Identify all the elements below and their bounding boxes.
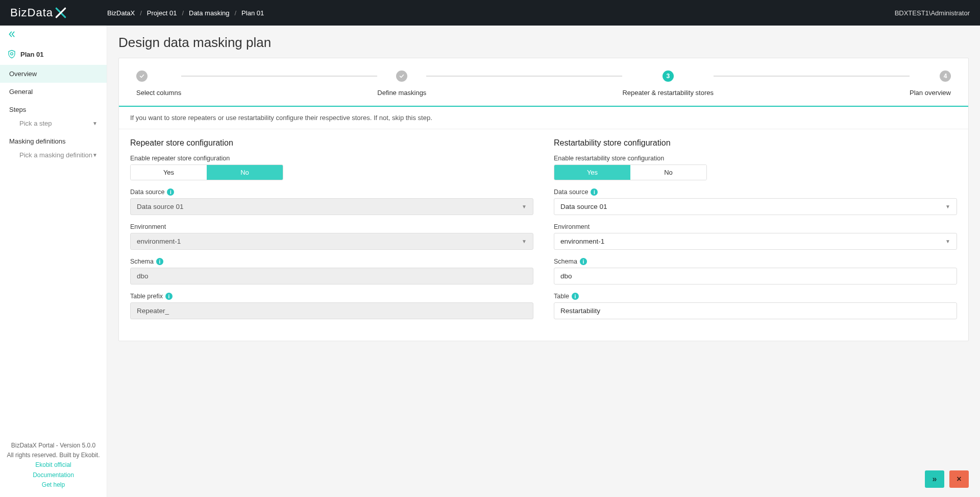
page-title: Design data masking plan [118, 35, 969, 51]
info-icon[interactable]: i [580, 258, 587, 265]
sidebar-item-general[interactable]: General [0, 83, 107, 101]
chevron-down-icon: ▼ [945, 204, 950, 209]
restart-schema-label: Schema i [554, 258, 957, 265]
step-2[interactable]: Define maskings [377, 70, 426, 97]
footer-rights: All rights reserved. Built by Ekobit. [3, 451, 104, 460]
footer-link-help[interactable]: Get help [3, 480, 104, 490]
info-icon[interactable]: i [167, 188, 174, 196]
sidebar-item-overview[interactable]: Overview [0, 65, 107, 83]
logo-text: BizData [10, 6, 53, 19]
repeater-prefix-input[interactable]: Repeater_ [130, 302, 533, 319]
info-icon[interactable]: i [572, 293, 579, 300]
breadcrumb-project[interactable]: Project 01 [147, 9, 177, 17]
step-2-label: Define maskings [377, 89, 426, 97]
info-icon[interactable]: i [165, 293, 173, 300]
step-1-label: Select columns [136, 89, 181, 97]
restart-table-input[interactable]: Restartability [554, 302, 957, 319]
chevron-down-icon: ▼ [522, 204, 527, 209]
info-icon[interactable]: i [591, 188, 598, 196]
restart-enable-yes[interactable]: Yes [554, 165, 630, 180]
restart-environment-label: Environment [554, 223, 957, 230]
chevron-down-icon: ▼ [945, 239, 950, 244]
repeater-column: Repeater store configuration Enable repe… [130, 138, 533, 327]
wizard-card: Select columns Define maskings 3 Repeate… [118, 58, 969, 341]
logo[interactable]: BizData [10, 6, 107, 19]
repeater-schema-label: Schema i [130, 258, 533, 265]
breadcrumb-root[interactable]: BizDataX [107, 9, 135, 17]
sidebar-steps-placeholder: Pick a step [19, 120, 52, 127]
breadcrumb-plan[interactable]: Plan 01 [241, 9, 264, 17]
sidebar-section-steps: Steps [0, 101, 107, 115]
sidebar: Plan 01 Overview General Steps Pick a st… [0, 26, 107, 497]
logo-x-icon [54, 6, 67, 19]
step-3[interactable]: 3 Repeater & restartability stores [622, 70, 713, 97]
chevron-down-icon: ▼ [92, 152, 97, 158]
footer-link-official[interactable]: Ekobit official [3, 460, 104, 470]
repeater-datasource-select[interactable]: Data source 01 ▼ [130, 198, 533, 215]
step-2-circle [396, 70, 407, 82]
info-icon[interactable]: i [156, 258, 163, 265]
repeater-schema-input[interactable]: dbo [130, 268, 533, 285]
restart-column: Restartability store configuration Enabl… [554, 138, 957, 327]
current-user[interactable]: BDXTEST1\Administrator [895, 9, 970, 17]
step-1[interactable]: Select columns [136, 70, 181, 97]
main-content: Design data masking plan Select columns … [107, 26, 980, 497]
chevron-down-icon: ▼ [522, 239, 527, 244]
step-4-circle: 4 [940, 70, 951, 82]
info-strip: If you want to store repeaters or use re… [119, 107, 968, 129]
sidebar-footer: BizDataX Portal - Version 5.0.0 All righ… [0, 436, 107, 497]
sidebar-steps-select[interactable]: Pick a step ▼ [0, 115, 107, 132]
repeater-prefix-label: Table prefix i [130, 293, 533, 300]
stepper: Select columns Define maskings 3 Repeate… [119, 58, 968, 107]
step-1-circle [136, 70, 148, 82]
restart-enable-label: Enable restartability store configuratio… [554, 155, 957, 162]
repeater-environment-label: Environment [130, 223, 533, 230]
action-buttons: » × [925, 470, 969, 488]
restart-enable-no[interactable]: No [630, 165, 706, 180]
sidebar-collapse-button[interactable] [0, 26, 107, 44]
restart-environment-select[interactable]: environment-1 ▼ [554, 233, 957, 250]
breadcrumb: BizDataX / Project 01 / Data masking / P… [107, 9, 264, 17]
restart-table-label: Table i [554, 293, 957, 300]
restart-title: Restartability store configuration [554, 138, 957, 148]
restart-datasource-select[interactable]: Data source 01 ▼ [554, 198, 957, 215]
next-button[interactable]: » [925, 470, 944, 488]
repeater-title: Repeater store configuration [130, 138, 533, 148]
sidebar-masking-select[interactable]: Pick a masking definition ▼ [0, 147, 107, 164]
step-4-label: Plan overview [910, 89, 951, 97]
double-chevron-left-icon [7, 31, 16, 38]
check-icon [399, 73, 405, 79]
shield-icon [7, 50, 16, 59]
footer-version: BizDataX Portal - Version 5.0.0 [3, 441, 104, 451]
restart-datasource-label: Data source i [554, 188, 957, 196]
step-4[interactable]: 4 Plan overview [910, 70, 951, 97]
restart-enable-toggle: Yes No [554, 164, 707, 180]
step-3-label: Repeater & restartability stores [622, 89, 713, 97]
cancel-button[interactable]: × [949, 470, 969, 488]
footer-link-docs[interactable]: Documentation [3, 470, 104, 480]
restart-schema-input[interactable]: dbo [554, 268, 957, 285]
repeater-datasource-label: Data source i [130, 188, 533, 196]
sidebar-masking-placeholder: Pick a masking definition [19, 151, 92, 159]
step-3-circle: 3 [663, 70, 674, 82]
breadcrumb-section[interactable]: Data masking [189, 9, 229, 17]
repeater-enable-yes[interactable]: Yes [131, 165, 207, 180]
check-icon [139, 73, 145, 79]
repeater-enable-label: Enable repeater store configuration [130, 155, 533, 162]
top-bar: BizData BizDataX / Project 01 / Data mas… [0, 0, 980, 26]
chevron-down-icon: ▼ [92, 121, 97, 126]
repeater-environment-select[interactable]: environment-1 ▼ [130, 233, 533, 250]
repeater-enable-no[interactable]: No [207, 165, 283, 180]
sidebar-plan-name: Plan 01 [20, 51, 44, 58]
svg-point-0 [11, 53, 13, 55]
repeater-enable-toggle: Yes No [130, 164, 283, 180]
sidebar-section-masking: Masking definitions [0, 132, 107, 147]
sidebar-plan-header[interactable]: Plan 01 [0, 44, 107, 65]
